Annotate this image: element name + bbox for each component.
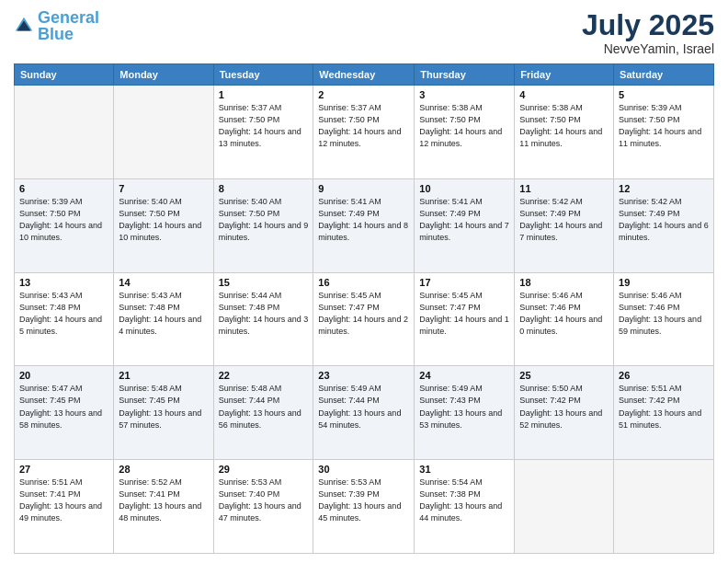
day-info: Sunrise: 5:53 AMSunset: 7:40 PMDaylight:…: [219, 477, 309, 524]
day-number: 2: [318, 89, 409, 100]
day-info: Sunrise: 5:39 AMSunset: 7:50 PMDaylight:…: [19, 196, 108, 244]
table-row: 24Sunrise: 5:49 AMSunset: 7:43 PMDayligh…: [415, 366, 515, 460]
day-info: Sunrise: 5:44 AMSunset: 7:48 PMDaylight:…: [219, 290, 309, 338]
day-number: 25: [519, 370, 609, 381]
table-row: 16Sunrise: 5:45 AMSunset: 7:47 PMDayligh…: [313, 272, 415, 366]
calendar-table: Sunday Monday Tuesday Wednesday Thursday…: [14, 63, 714, 554]
day-number: 15: [219, 277, 309, 288]
day-info: Sunrise: 5:37 AMSunset: 7:50 PMDaylight:…: [219, 102, 309, 150]
table-row: 31Sunrise: 5:54 AMSunset: 7:38 PMDayligh…: [415, 460, 515, 554]
header: General Blue July 2025 NevveYamin, Israe…: [14, 9, 714, 56]
table-row: 13Sunrise: 5:43 AMSunset: 7:48 PMDayligh…: [15, 272, 114, 366]
day-number: 14: [119, 277, 208, 288]
day-info: Sunrise: 5:42 AMSunset: 7:49 PMDaylight:…: [519, 196, 609, 244]
day-info: Sunrise: 5:48 AMSunset: 7:45 PMDaylight:…: [119, 383, 208, 431]
day-info: Sunrise: 5:48 AMSunset: 7:44 PMDaylight:…: [219, 383, 309, 431]
table-row: 10Sunrise: 5:41 AMSunset: 7:49 PMDayligh…: [415, 178, 515, 272]
table-row: 11Sunrise: 5:42 AMSunset: 7:49 PMDayligh…: [515, 178, 614, 272]
day-number: 12: [619, 183, 709, 194]
table-row: 26Sunrise: 5:51 AMSunset: 7:42 PMDayligh…: [614, 366, 714, 460]
calendar-header-row: Sunday Monday Tuesday Wednesday Thursday…: [15, 64, 714, 86]
month-title: July 2025: [582, 9, 714, 41]
day-number: 18: [519, 277, 609, 288]
day-number: 23: [318, 370, 409, 381]
table-row: 4Sunrise: 5:38 AMSunset: 7:50 PMDaylight…: [515, 86, 614, 179]
table-row: 17Sunrise: 5:45 AMSunset: 7:47 PMDayligh…: [415, 272, 515, 366]
table-row: [15, 86, 114, 179]
table-row: 18Sunrise: 5:46 AMSunset: 7:46 PMDayligh…: [515, 272, 614, 366]
day-info: Sunrise: 5:53 AMSunset: 7:39 PMDaylight:…: [318, 477, 409, 524]
day-info: Sunrise: 5:40 AMSunset: 7:50 PMDaylight:…: [219, 196, 309, 244]
day-info: Sunrise: 5:49 AMSunset: 7:44 PMDaylight:…: [318, 383, 409, 431]
day-number: 10: [419, 183, 509, 194]
logo-icon: [14, 16, 34, 36]
day-number: 28: [119, 464, 208, 475]
table-row: 14Sunrise: 5:43 AMSunset: 7:48 PMDayligh…: [114, 272, 213, 366]
day-info: Sunrise: 5:37 AMSunset: 7:50 PMDaylight:…: [318, 102, 409, 150]
day-number: 31: [419, 464, 509, 475]
day-info: Sunrise: 5:41 AMSunset: 7:49 PMDaylight:…: [419, 196, 509, 244]
table-row: 3Sunrise: 5:38 AMSunset: 7:50 PMDaylight…: [415, 86, 515, 179]
day-info: Sunrise: 5:41 AMSunset: 7:49 PMDaylight:…: [318, 196, 409, 244]
day-number: 4: [519, 89, 609, 100]
day-number: 16: [318, 277, 409, 288]
table-row: 9Sunrise: 5:41 AMSunset: 7:49 PMDaylight…: [313, 178, 415, 272]
day-info: Sunrise: 5:50 AMSunset: 7:42 PMDaylight:…: [519, 383, 609, 431]
table-row: 7Sunrise: 5:40 AMSunset: 7:50 PMDaylight…: [114, 178, 213, 272]
calendar-week-row: 1Sunrise: 5:37 AMSunset: 7:50 PMDaylight…: [15, 86, 714, 179]
page: General Blue July 2025 NevveYamin, Israe…: [0, 0, 728, 563]
table-row: 2Sunrise: 5:37 AMSunset: 7:50 PMDaylight…: [313, 86, 415, 179]
day-info: Sunrise: 5:45 AMSunset: 7:47 PMDaylight:…: [318, 290, 409, 338]
table-row: 29Sunrise: 5:53 AMSunset: 7:40 PMDayligh…: [213, 460, 313, 554]
header-saturday: Saturday: [614, 64, 714, 86]
day-number: 24: [419, 370, 509, 381]
day-info: Sunrise: 5:52 AMSunset: 7:41 PMDaylight:…: [119, 477, 208, 524]
day-info: Sunrise: 5:46 AMSunset: 7:46 PMDaylight:…: [619, 290, 709, 338]
day-info: Sunrise: 5:49 AMSunset: 7:43 PMDaylight:…: [419, 383, 509, 431]
day-info: Sunrise: 5:47 AMSunset: 7:45 PMDaylight:…: [19, 383, 108, 431]
table-row: 28Sunrise: 5:52 AMSunset: 7:41 PMDayligh…: [114, 460, 213, 554]
day-number: 6: [19, 183, 108, 194]
logo-subtext: Blue: [38, 26, 99, 42]
table-row: [614, 460, 714, 554]
day-number: 26: [619, 370, 709, 381]
day-number: 13: [19, 277, 108, 288]
table-row: 25Sunrise: 5:50 AMSunset: 7:42 PMDayligh…: [515, 366, 614, 460]
location-subtitle: NevveYamin, Israel: [582, 41, 714, 56]
day-number: 30: [318, 464, 409, 475]
day-number: 29: [219, 464, 309, 475]
table-row: 19Sunrise: 5:46 AMSunset: 7:46 PMDayligh…: [614, 272, 714, 366]
day-number: 1: [219, 89, 309, 100]
day-number: 8: [219, 183, 309, 194]
day-number: 3: [419, 89, 509, 100]
header-thursday: Thursday: [415, 64, 515, 86]
table-row: 30Sunrise: 5:53 AMSunset: 7:39 PMDayligh…: [313, 460, 415, 554]
table-row: 27Sunrise: 5:51 AMSunset: 7:41 PMDayligh…: [15, 460, 114, 554]
day-number: 20: [19, 370, 108, 381]
day-info: Sunrise: 5:54 AMSunset: 7:38 PMDaylight:…: [419, 477, 509, 524]
day-info: Sunrise: 5:43 AMSunset: 7:48 PMDaylight:…: [119, 290, 208, 338]
calendar-week-row: 6Sunrise: 5:39 AMSunset: 7:50 PMDaylight…: [15, 178, 714, 272]
day-number: 9: [318, 183, 409, 194]
header-monday: Monday: [114, 64, 213, 86]
day-info: Sunrise: 5:42 AMSunset: 7:49 PMDaylight:…: [619, 196, 709, 244]
calendar-week-row: 27Sunrise: 5:51 AMSunset: 7:41 PMDayligh…: [15, 460, 714, 554]
table-row: 15Sunrise: 5:44 AMSunset: 7:48 PMDayligh…: [213, 272, 313, 366]
header-tuesday: Tuesday: [213, 64, 313, 86]
table-row: 8Sunrise: 5:40 AMSunset: 7:50 PMDaylight…: [213, 178, 313, 272]
calendar-week-row: 20Sunrise: 5:47 AMSunset: 7:45 PMDayligh…: [15, 366, 714, 460]
table-row: 20Sunrise: 5:47 AMSunset: 7:45 PMDayligh…: [15, 366, 114, 460]
logo-text: General: [38, 9, 99, 26]
header-wednesday: Wednesday: [313, 64, 415, 86]
day-number: 27: [19, 464, 108, 475]
day-info: Sunrise: 5:51 AMSunset: 7:41 PMDaylight:…: [19, 477, 108, 524]
table-row: [515, 460, 614, 554]
table-row: 22Sunrise: 5:48 AMSunset: 7:44 PMDayligh…: [213, 366, 313, 460]
day-number: 7: [119, 183, 208, 194]
day-info: Sunrise: 5:45 AMSunset: 7:47 PMDaylight:…: [419, 290, 509, 338]
table-row: 6Sunrise: 5:39 AMSunset: 7:50 PMDaylight…: [15, 178, 114, 272]
title-block: July 2025 NevveYamin, Israel: [582, 9, 714, 56]
table-row: 5Sunrise: 5:39 AMSunset: 7:50 PMDaylight…: [614, 86, 714, 179]
day-info: Sunrise: 5:46 AMSunset: 7:46 PMDaylight:…: [519, 290, 609, 338]
table-row: 1Sunrise: 5:37 AMSunset: 7:50 PMDaylight…: [213, 86, 313, 179]
